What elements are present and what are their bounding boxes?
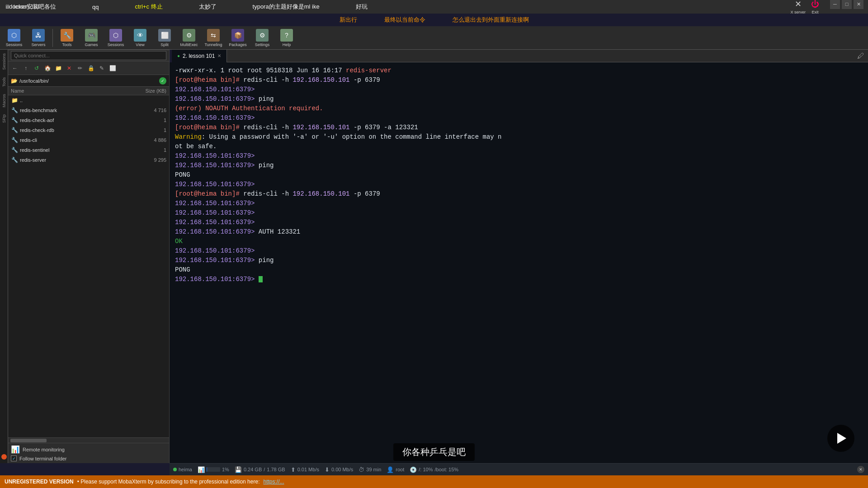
toolbar-sessions2[interactable]: ⬡ Sessions [104,27,127,49]
toolbar-servers[interactable]: 🖧 Servers [27,27,50,49]
status-host: heima [173,467,192,472]
uptime-value: 39 min [366,467,381,472]
file-icon-0: 🔧 [11,107,18,114]
file-rename-btn[interactable]: ✏ [75,63,85,73]
mem-total: 1.78 GB [267,467,285,472]
restore-button[interactable]: □ [842,0,852,9]
notif-link[interactable]: https://... [263,479,284,485]
net-up-speed: 0.01 Mb/s [297,467,319,472]
file-item-redis-sentinel[interactable]: 🔧 redis-sentinel 1 [8,145,169,155]
file-newfolder-btn[interactable]: 📁 [53,63,63,73]
settings-icon: ⚙ [256,29,269,42]
tools-icon: 🔧 [61,29,73,42]
sessions-icon: ⬡ [8,29,20,42]
file-up-btn[interactable]: ↑ [21,63,31,73]
status-close-btn[interactable]: ✕ [857,466,864,473]
user-icon: 👤 [387,466,394,473]
menu-xserver[interactable]: X server [81,15,108,24]
title-bar-left: 🖥 lesson 101 [5,4,40,10]
tab-icon: ● [177,53,180,58]
side-label-macros[interactable]: Macros [1,90,7,111]
file-item-redis-check-rdb[interactable]: 🔧 redis-check-rdb 1 [8,125,169,135]
toolbar-sessions[interactable]: ⬡ Sessions [2,27,26,49]
file-back-btn[interactable]: ← [10,63,20,73]
chat-msg-ctrl: ctrl+c 终止 [135,3,163,11]
file-item-dotdot[interactable]: 📁 .. [8,95,169,105]
menu-help[interactable]: Help [209,15,228,24]
menu-sessions[interactable]: Sessions [31,15,60,24]
menu-bar: Terminal Sessions View X server Tools Ga… [0,14,868,26]
toolbar-settings[interactable]: ⚙ Settings [250,27,274,49]
folder-icon: 📁 [11,97,18,104]
right-panel-icon[interactable]: 🖊 [857,52,868,60]
multiexec-icon: ⚙ [183,29,195,42]
side-label-tools[interactable]: Tools [1,74,7,90]
terminal-line-p6: 192.168.150.101:6379> [175,208,863,218]
file-refresh-btn[interactable]: ↺ [32,63,42,73]
video-play-button[interactable] [827,425,854,452]
menu-tools[interactable]: Tools [109,15,129,24]
unreg-label: UNREGISTERED VERSION [5,479,74,485]
toolbar-help[interactable]: ? Help [275,27,298,49]
sessions2-icon: ⬡ [109,29,122,42]
terminal-cursor [259,276,263,282]
toolbar-tunneling[interactable]: ⇆ Tunneling [202,27,225,49]
file-item-redis-benchmark[interactable]: 🔧 redis-benchmark 4 716 [8,105,169,115]
toolbar-split[interactable]: ⬜ Split [153,27,176,49]
live-chat-text: 你各种乒乓是吧 [402,447,466,457]
file-edit-btn[interactable]: ✎ [97,63,107,73]
mem-icon: 💾 [235,466,242,473]
close-button[interactable]: ✕ [854,0,863,9]
user-value: root [396,467,404,472]
side-label-sftp[interactable]: SFtp [1,111,7,127]
side-label-sessions[interactable]: Sessions [1,50,7,74]
menu-settings[interactable]: Settings [156,15,182,24]
menu-view[interactable]: View [61,15,80,24]
file-delete-btn[interactable]: ✕ [64,63,74,73]
toolbar-view[interactable]: 👁 View [128,27,152,49]
terminal-area[interactable]: -rwxr-xr-x. 1 root root 9518318 Jun 16 1… [170,62,868,463]
file-perm-btn[interactable]: 🔒 [86,63,96,73]
path-icon: 📂 [11,78,18,84]
file-icon-5: 🔧 [11,156,18,164]
file-icon-4: 🔧 [11,146,18,154]
quick-connect-input[interactable] [11,51,166,60]
tab-lesson101[interactable]: ● 2. lesson 101 ✕ [172,50,227,62]
file-item-redis-cli[interactable]: 🔧 redis-cli 4 886 [8,135,169,145]
title-bar: 🖥 lesson 101 docker安装吧各位 qq ctrl+c 终止 太妙… [0,0,868,14]
chat-scroll: docker安装吧各位 qq ctrl+c 终止 太妙了 typora的主题好像… [0,3,368,11]
side-labels: Sessions Tools Macros SFtp [0,50,8,463]
toolbar-tools[interactable]: 🔧 Tools [55,27,79,49]
minimize-button[interactable]: ─ [830,0,840,9]
x-server-button[interactable]: ✕ X server [790,0,806,14]
games-icon: 🎮 [85,29,98,42]
file-item-redis-check-aof[interactable]: 🔧 redis-check-aof 1 [8,115,169,125]
scroll-thumb[interactable] [10,439,47,442]
remote-monitoring-toggle[interactable]: 📊 Remote monitoring [11,445,166,454]
terminal-line-fileinfo: -rwxr-xr-x. 1 root root 9518318 Jun 16 1… [175,66,863,75]
tab-close-icon[interactable]: ✕ [217,53,221,58]
follow-folder-checkbox[interactable]: ✓ [11,455,17,461]
file-item-redis-server[interactable]: 🔧 redis-server 9 295 [8,155,169,165]
menu-terminal[interactable]: Terminal [2,15,30,24]
session-tab-bar: ● 2. lesson 101 ✕ 🖊 [172,50,868,62]
packages-icon: 📦 [231,29,244,42]
remote-monitoring-label: Remote monitoring [23,447,65,452]
file-home-btn[interactable]: 🏠 [42,63,52,73]
servers-icon: 🖧 [32,29,45,42]
follow-folder-toggle[interactable]: ✓ Follow terminal folder [11,455,166,461]
toolbar-packages[interactable]: 📦 Packages [226,27,250,49]
cpu-bar [207,467,220,472]
notif-message: • Please support MobaXterm by subscribin… [77,479,260,485]
file-icon-2: 🔧 [11,127,18,134]
toolbar-games[interactable]: 🎮 Games [80,27,103,49]
menu-games[interactable]: Games [130,15,155,24]
file-view-btn[interactable]: ⬜ [108,63,118,73]
disk-boot: /boot: 15% [434,467,458,472]
exit-button[interactable]: ⏻ Exit [811,0,819,14]
menu-macros[interactable]: Macros [184,15,208,24]
terminal-line-p7: 192.168.150.101:6379> [175,218,863,227]
horizontal-scrollbar[interactable] [8,437,169,443]
toolbar-multiexec[interactable]: ⚙ MultiExec [177,27,201,49]
split-icon: ⬜ [158,29,171,42]
